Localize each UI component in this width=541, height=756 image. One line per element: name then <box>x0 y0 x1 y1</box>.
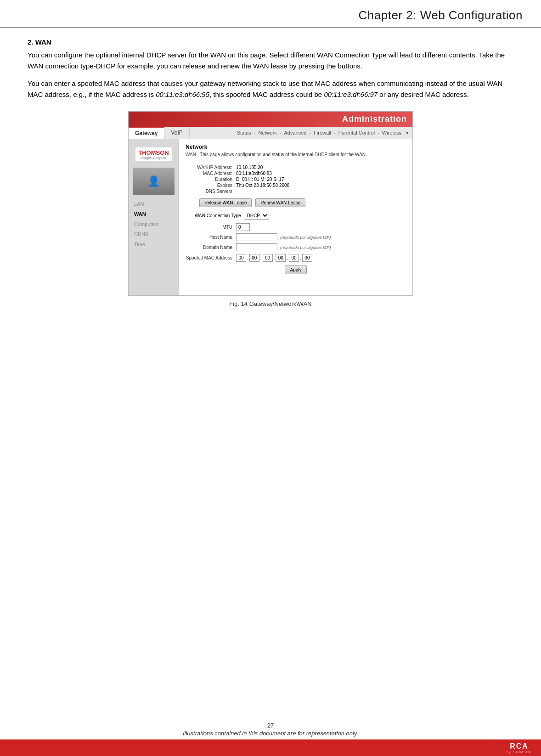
nav-wireless[interactable]: Wireless <box>382 130 401 135</box>
sidebar: THOMSON images & beyond 👤 LAN WAN Comput… <box>129 139 179 295</box>
release-wan-button[interactable]: Release WAN Lease <box>199 198 252 207</box>
mtu-input[interactable] <box>236 223 250 231</box>
panel-desc: WAN : This page allows configuration and… <box>186 152 406 160</box>
dns-label: DNS Servers <box>186 189 236 194</box>
nav-firewall[interactable]: Firewall <box>314 130 331 135</box>
nav-sep5: - <box>378 130 379 135</box>
mac-sep-2: : <box>274 255 275 260</box>
nav-sep3: - <box>309 130 311 135</box>
domain-input[interactable] <box>236 243 277 251</box>
sidebar-logo: THOMSON images & beyond <box>129 144 179 165</box>
dns-row: DNS Servers <box>186 189 406 194</box>
nav-network[interactable]: Network <box>258 130 276 135</box>
nav-parental[interactable]: Parental Control <box>338 130 375 135</box>
mac-sep-3: : <box>287 255 288 260</box>
top-nav-tabs: Gateway VoIP <box>129 127 190 139</box>
domain-label: Domain Name <box>186 245 236 250</box>
nav-advanced[interactable]: Advanced <box>284 130 306 135</box>
nav-tab-voip[interactable]: VoIP <box>164 127 189 138</box>
mac-sep-1: : <box>260 255 262 260</box>
rca-text: RCA <box>510 742 529 750</box>
footer-note: Illustrations contained in this document… <box>183 730 358 737</box>
mac-value: 00:11:e3:df:60:83 <box>236 171 272 176</box>
mac-label: MAC Address: <box>186 171 236 176</box>
wan-ip-value: 10.10.135.20 <box>236 165 263 170</box>
sidebar-item-computers[interactable]: Computers <box>129 219 179 229</box>
sidebar-item-wan[interactable]: WAN <box>129 209 179 219</box>
wan-conn-type-row: WAN Connection Type DHCP <box>195 212 406 220</box>
chapter-title: Chapter 2: Web Configuration <box>0 0 541 28</box>
rca-logo: RCA by THOMSON <box>507 742 532 754</box>
mac-spoof-4[interactable] <box>289 254 299 262</box>
mac-row: MAC Address: 00:11:e3:df:60:83 <box>186 171 406 176</box>
nav-dropdown-icon[interactable]: ▾ <box>406 130 409 136</box>
wan-conn-select[interactable]: DHCP <box>244 212 269 220</box>
form-section: MTU Host Name (requerido por algunos ISP… <box>186 223 406 274</box>
paragraph2-text3: or any desired MAC address. <box>378 90 468 98</box>
wan-conn-label: WAN Connection Type <box>195 213 241 218</box>
nav-sep4: - <box>334 130 336 135</box>
mac-sep-4: : <box>300 255 301 260</box>
mac-spoof-5[interactable] <box>302 254 312 262</box>
nav-sep1: - <box>254 130 256 135</box>
sidebar-item-time[interactable]: Time <box>129 239 179 249</box>
nav-status[interactable]: Status <box>237 130 251 135</box>
top-nav: Gateway VoIP Status - Network - Advanced… <box>129 127 412 139</box>
top-nav-secondary: Status - Network - Advanced - Firewall -… <box>190 128 412 138</box>
renew-wan-button[interactable]: Renew WAN Lease <box>255 198 305 207</box>
thomson-text: THOMSON <box>138 149 169 156</box>
sidebar-item-ddns[interactable]: DDNS <box>129 229 179 239</box>
host-label: Host Name <box>186 235 236 240</box>
mac-spoof-0[interactable] <box>236 254 246 262</box>
host-note: (requerido por algunos ISP) <box>280 235 331 240</box>
mac-address-1: 00:11:e3:df:66:95 <box>156 90 209 98</box>
screenshot: Administration Gateway VoIP Status - Net… <box>128 111 413 296</box>
expires-label: Expires <box>186 183 236 188</box>
footer: 27 Illustrations contained in this docum… <box>0 719 541 756</box>
screenshot-container: Administration Gateway VoIP Status - Net… <box>28 111 513 296</box>
main-panel: Network WAN : This page allows configura… <box>179 139 412 295</box>
duration-row: Duration D: 00 H: 01 M: 20 S: 17 <box>186 177 406 182</box>
mac-sep-0: : <box>247 255 248 260</box>
sidebar-person-image: 👤 <box>133 168 175 195</box>
mac-spoof-row: Spoofed MAC Address : : : : : <box>186 254 406 262</box>
apply-row: Apply <box>186 265 406 274</box>
section-heading: 2. WAN <box>28 38 513 46</box>
host-row: Host Name (requerido por algunos ISP) <box>186 233 406 241</box>
wan-ip-label: WAN IP Address: <box>186 165 236 170</box>
nav-tab-gateway[interactable]: Gateway <box>129 127 164 139</box>
admin-label: Administration <box>342 114 407 124</box>
host-input[interactable] <box>236 233 277 241</box>
domain-note: (requerido por algunos ISP) <box>280 245 331 250</box>
panel-section-title: Network <box>186 144 406 150</box>
domain-row: Domain Name (requerido por algunos ISP) <box>186 243 406 251</box>
thomson-sub: images & beyond <box>138 156 169 159</box>
footer-bar: RCA by THOMSON <box>0 739 541 756</box>
sidebar-item-lan[interactable]: LAN <box>129 199 179 209</box>
admin-header: Administration <box>129 112 412 127</box>
mtu-label: MTU <box>186 225 236 230</box>
expires-row: Expires Thu Oct 23 18:56:58 2008 <box>186 183 406 188</box>
mac-address-2: 00:11:e3:df:66:97 <box>324 90 378 98</box>
body-split: THOMSON images & beyond 👤 LAN WAN Comput… <box>129 139 412 295</box>
mtu-row: MTU <box>186 223 406 231</box>
apply-button[interactable]: Apply <box>285 265 306 274</box>
rca-sub: by THOMSON <box>507 750 532 754</box>
paragraph2: You can enter a spoofed MAC address that… <box>28 78 513 100</box>
mac-spoof-3[interactable] <box>276 254 286 262</box>
paragraph1: You can configure the optional internal … <box>28 50 513 72</box>
wan-lease-buttons: Release WAN Lease Renew WAN Lease <box>199 198 406 207</box>
page-number: 27 <box>0 722 541 729</box>
mac-spoof-2[interactable] <box>263 254 273 262</box>
paragraph2-text2: , this spoofed MAC address could be <box>209 90 324 98</box>
footer-text: 27 Illustrations contained in this docum… <box>0 719 541 739</box>
wan-info-table: WAN IP Address: 10.10.135.20 MAC Address… <box>186 165 406 194</box>
thomson-logo: THOMSON images & beyond <box>135 147 171 161</box>
expires-value: Thu Oct 23 18:56:58 2008 <box>236 183 289 188</box>
duration-value: D: 00 H: 01 M: 20 S: 17 <box>236 177 284 182</box>
mac-spoof-label: Spoofed MAC Address <box>186 255 236 260</box>
nav-sep2: - <box>280 130 282 135</box>
sidebar-menu: LAN WAN Computers DDNS Time <box>129 199 179 249</box>
mac-spoof-1[interactable] <box>249 254 259 262</box>
wan-ip-row: WAN IP Address: 10.10.135.20 <box>186 165 406 170</box>
